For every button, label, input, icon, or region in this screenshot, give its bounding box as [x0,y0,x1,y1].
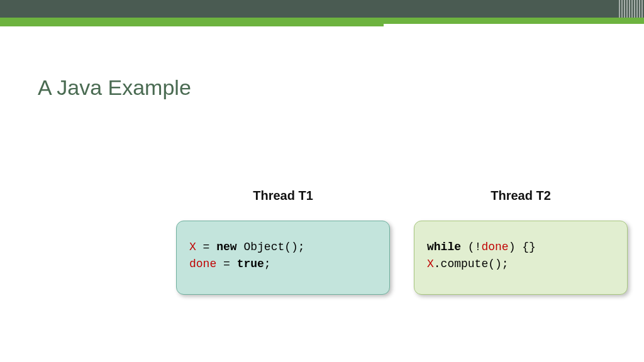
header-bar-green-thin [0,24,384,26]
code-token: Object(); [237,241,305,253]
thread-columns: Thread T1 X = new Object(); done = true;… [176,189,628,295]
code-line: X = new Object(); [189,239,377,256]
thread-t2-header: Thread T2 [414,189,628,203]
header-stripes [619,0,644,18]
thread-t2-code: while (!done) {} X.compute(); [414,221,628,295]
code-line: X.compute(); [427,256,614,273]
code-token: true [237,258,264,270]
code-token: ; [264,258,271,270]
code-token: .compute(); [434,258,509,270]
code-line: while (!done) {} [427,239,614,256]
thread-t1-code: X = new Object(); done = true; [176,221,390,295]
code-token: done [481,241,508,253]
code-token: = [216,258,236,270]
code-token: done [189,258,216,270]
code-token: new [216,241,236,253]
thread-t1-column: Thread T1 X = new Object(); done = true; [176,189,390,295]
header-bar-green [0,18,644,24]
code-line: done = true; [189,256,377,273]
code-token: ) {} [509,241,536,253]
thread-t2-column: Thread T2 while (!done) {} X.compute(); [414,189,628,295]
code-token: (! [461,241,481,253]
header-bar-dark [0,0,644,18]
code-token: = [196,241,216,253]
code-token: X [189,241,196,253]
code-token: X [427,258,434,270]
thread-t1-header: Thread T1 [176,189,390,203]
slide-title: A Java Example [38,75,191,100]
code-token: while [427,241,461,253]
